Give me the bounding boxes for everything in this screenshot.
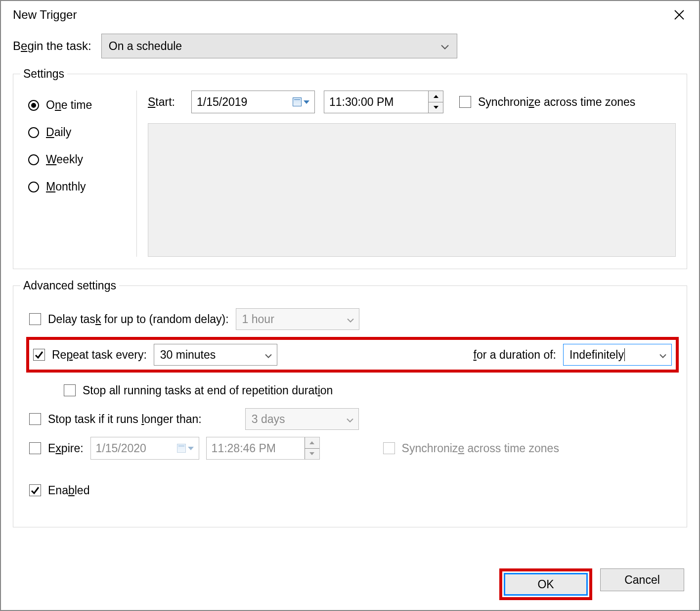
- begin-task-combo[interactable]: On a schedule: [101, 34, 457, 58]
- triangle-up-icon: [309, 441, 314, 444]
- stop-if-longer-label: Stop task if it runs longer than:: [48, 413, 202, 426]
- chevron-down-icon: [347, 313, 354, 326]
- expire-checkbox[interactable]: [29, 442, 41, 454]
- expire-label: Expire:: [48, 442, 84, 455]
- stop-if-longer-checkbox[interactable]: [29, 413, 41, 425]
- repeat-interval-select[interactable]: 30 minutes: [154, 344, 277, 366]
- repeat-task-label: Repeat task every:: [52, 348, 147, 362]
- sync-timezones-label: Synchronize across time zones: [478, 95, 635, 109]
- calendar-dropdown-icon[interactable]: [293, 97, 309, 106]
- chevron-down-icon: [347, 413, 353, 426]
- duration-label: for a duration of:: [474, 348, 557, 362]
- radio-icon: [28, 127, 39, 138]
- repeat-interval-value: 30 minutes: [160, 348, 216, 362]
- triangle-down-icon: [434, 106, 438, 109]
- titlebar: New Trigger: [1, 1, 699, 29]
- delay-task-value: 1 hour: [242, 313, 274, 326]
- time-spinner: [305, 437, 319, 459]
- dialog-buttons: OK Cancel: [499, 568, 684, 600]
- start-time-input[interactable]: 11:30:00 PM: [324, 91, 443, 113]
- triangle-up-icon: [434, 95, 438, 98]
- expire-time-input: 11:28:46 PM: [206, 437, 320, 460]
- sync-timezones2-checkbox: [383, 442, 395, 454]
- calendar-icon: [293, 97, 302, 106]
- radio-icon: [28, 182, 39, 192]
- start-time-value: 11:30:00 PM: [329, 95, 394, 109]
- close-icon: [673, 9, 685, 21]
- advanced-legend: Advanced settings: [20, 279, 119, 292]
- expire-date-value: 1/15/2020: [96, 442, 146, 455]
- radio-daily[interactable]: Daily: [28, 126, 136, 139]
- dropdown-triangle-icon: [304, 100, 309, 104]
- stop-if-longer-value: 3 days: [252, 413, 285, 426]
- sync-timezones-checkbox[interactable]: [459, 96, 471, 108]
- chevron-down-icon: [659, 348, 666, 362]
- spin-down-button[interactable]: [429, 102, 443, 113]
- spin-up-button: [305, 437, 319, 449]
- expire-time-value: 11:28:46 PM: [212, 442, 276, 455]
- radio-icon: [28, 100, 39, 111]
- settings-legend: Settings: [20, 67, 67, 81]
- chevron-down-icon: [441, 40, 449, 53]
- close-button[interactable]: [669, 5, 689, 25]
- recurrence-panel: [148, 123, 676, 257]
- radio-weekly[interactable]: Weekly: [28, 153, 136, 166]
- ok-button[interactable]: OK: [504, 573, 588, 596]
- radio-icon: [28, 154, 39, 165]
- delay-task-select: 1 hour: [236, 308, 359, 330]
- stop-all-checkbox[interactable]: [64, 384, 76, 396]
- radio-one-time[interactable]: One time: [28, 98, 136, 112]
- repeat-duration-value: Indefinitely: [569, 348, 624, 362]
- calendar-icon: [177, 444, 186, 453]
- cancel-button[interactable]: Cancel: [600, 568, 684, 591]
- recurrence-radios: One time Daily Weekly Monthly: [28, 91, 137, 257]
- advanced-group: Advanced settings Delay task for up to (…: [13, 279, 687, 527]
- repeat-duration-select[interactable]: Indefinitely: [563, 344, 672, 366]
- delay-task-checkbox[interactable]: [29, 313, 41, 325]
- window-title: New Trigger: [13, 8, 77, 22]
- repeat-task-checkbox[interactable]: [33, 349, 45, 361]
- time-spinner[interactable]: [428, 91, 443, 113]
- expire-date-input: 1/15/2020: [90, 437, 199, 460]
- sync-timezones2-label: Synchronize across time zones: [402, 442, 559, 455]
- radio-monthly[interactable]: Monthly: [28, 180, 136, 193]
- start-date-input[interactable]: 1/15/2019: [191, 91, 315, 113]
- calendar-dropdown-icon: [177, 444, 194, 453]
- start-date-value: 1/15/2019: [197, 95, 247, 109]
- ok-highlight: OK: [499, 568, 592, 600]
- chevron-down-icon: [265, 348, 272, 362]
- start-label: Start:: [148, 95, 182, 109]
- settings-group: Settings One time Daily Weekly Monthly: [13, 67, 687, 269]
- stop-if-longer-select: 3 days: [245, 408, 359, 430]
- dropdown-triangle-icon: [188, 447, 194, 450]
- spin-up-button[interactable]: [429, 91, 443, 102]
- enabled-checkbox[interactable]: [29, 484, 41, 496]
- begin-task-label: Begin the task:: [13, 39, 91, 53]
- stop-all-label: Stop all running tasks at end of repetit…: [83, 384, 333, 397]
- enabled-label: Enabled: [48, 484, 89, 497]
- spin-down-button: [305, 449, 319, 460]
- repeat-row-highlight: Repeat task every: 30 minutes for a dura…: [26, 337, 679, 373]
- delay-task-label: Delay task for up to (random delay):: [48, 313, 229, 326]
- triangle-down-icon: [309, 452, 314, 455]
- begin-task-value: On a schedule: [109, 40, 182, 53]
